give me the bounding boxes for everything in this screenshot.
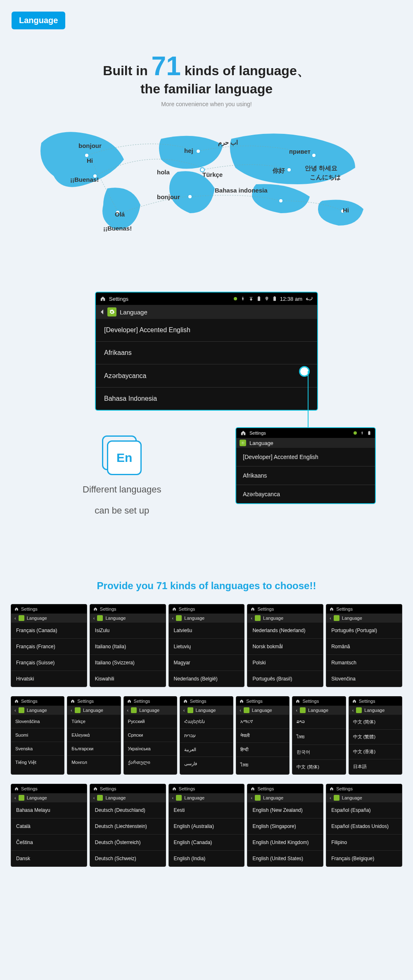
list-item[interactable]: [Developer] Accented English [236,448,375,466]
list-item[interactable]: Eesti [169,802,244,818]
chevron-left-icon[interactable]: ‹ [240,708,241,713]
chevron-left-icon[interactable]: ‹ [352,708,354,713]
chevron-left-icon[interactable]: ‹ [14,795,16,800]
list-item[interactable]: Slovenščina [11,715,64,728]
list-item[interactable]: Latviešu [169,623,244,639]
list-item[interactable]: Português (Portugal) [326,623,402,639]
list-item[interactable]: Azərbaycanca [236,485,375,503]
list-item[interactable]: Suomi [11,728,64,742]
list-item[interactable]: فارسی [180,757,233,771]
list-item[interactable]: 中文 (繁體) [349,730,402,745]
list-item[interactable]: English (United States) [247,851,323,866]
list-item[interactable]: Български [67,742,120,756]
back-icon[interactable] [306,296,313,302]
list-item[interactable]: English (Canada) [169,835,244,851]
list-item[interactable]: Català [11,818,87,835]
list-item[interactable]: English (India) [169,851,244,866]
list-item[interactable]: עברית [180,729,233,743]
panel-section-title: Language [27,616,47,621]
list-item[interactable]: 한국어 [292,745,345,760]
list-item[interactable]: Français (Canada) [11,623,87,639]
list-item[interactable]: Deutsch (Schweiz) [90,851,166,866]
chevron-left-icon[interactable]: ‹ [296,708,297,713]
chevron-left-icon[interactable]: ‹ [251,616,252,621]
list-item[interactable]: Српски [124,728,177,742]
panel-section: ‹Language [169,793,244,802]
chevron-left-icon[interactable]: ‹ [93,616,95,621]
list-item[interactable]: हिन्दी [236,743,289,757]
list-item[interactable]: 中文 (简体) [292,760,345,774]
list-item[interactable]: Ελληνικά [67,728,120,742]
list-item[interactable]: Français (France) [11,639,87,655]
chevron-left-icon[interactable]: ‹ [127,708,129,713]
list-item[interactable]: 中文 (香港) [349,745,402,759]
list-item[interactable]: English (United Kingdom) [247,835,323,851]
list-item[interactable]: 日本語 [349,759,402,774]
list-item[interactable]: नेपाली [236,729,289,743]
list-item[interactable]: Slovenčina [326,671,402,687]
list-item[interactable]: Azərbaycanca [96,364,317,388]
home-icon [100,296,106,302]
list-item[interactable]: Dansk [11,851,87,866]
chevron-left-icon[interactable]: ‹ [14,708,16,713]
list-item[interactable]: ქართული [124,756,177,769]
gear-icon [255,615,261,621]
list-item[interactable]: Español (España) [326,802,402,818]
list-item[interactable]: Português (Brasil) [247,671,323,687]
list-item[interactable]: Bahasa Melayu [11,802,87,818]
chevron-left-icon[interactable] [100,309,104,315]
list-item[interactable]: 中文 (简体) [349,715,402,730]
chevron-left-icon[interactable]: ‹ [330,616,331,621]
chevron-left-icon[interactable]: ‹ [330,795,331,800]
list-item[interactable]: Español (Estados Unidos) [326,818,402,835]
list-item[interactable]: Afrikaans [96,342,317,364]
list-item[interactable]: Italiano (Svizzera) [90,655,166,671]
list-item[interactable]: Bahasa Indonesia [96,388,317,410]
list-item[interactable]: Deutsch (Liechtenstein) [90,818,166,835]
list-item[interactable]: Nederlands (Nederland) [247,623,323,639]
list-item[interactable]: English (Singapore) [247,818,323,835]
list-item[interactable]: Français (Belgique) [326,851,402,866]
list-item[interactable]: Filipino [326,835,402,851]
list-item[interactable]: ไทย [236,757,289,773]
list-item[interactable]: Polski [247,655,323,671]
list-item[interactable]: Afrikaans [236,466,375,485]
list-item[interactable]: Монгол [67,756,120,769]
chevron-left-icon[interactable]: ‹ [172,795,174,800]
list-item[interactable]: Norsk bokmål [247,639,323,655]
chevron-left-icon[interactable]: ‹ [71,708,72,713]
list-item[interactable]: Հայերեն [180,715,233,729]
list-item[interactable]: Русский [124,715,177,728]
list-item[interactable]: Deutsch (Österreich) [90,835,166,851]
list-item[interactable]: አማርኛ [236,715,289,729]
list-item[interactable]: Italiano (Italia) [90,639,166,655]
list-item[interactable]: Lietuvių [169,639,244,655]
list-item[interactable]: ລາວ [292,715,345,729]
list-item[interactable]: Nederlands (België) [169,671,244,687]
list-item[interactable]: Українська [124,742,177,756]
list-item[interactable]: Deutsch (Deutschland) [90,802,166,818]
list-item[interactable]: ไทย [292,729,345,745]
list-item[interactable]: Hrvatski [11,671,87,687]
chevron-left-icon[interactable]: ‹ [93,795,95,800]
list-item[interactable]: Română [326,639,402,655]
list-item[interactable]: العربية [180,743,233,757]
map-label: Türkçe [202,171,223,178]
list-item[interactable]: Magyar [169,655,244,671]
list-item[interactable]: Türkçe [67,715,120,728]
chevron-left-icon[interactable]: ‹ [14,616,16,621]
list-item[interactable]: Rumantsch [326,655,402,671]
chevron-left-icon[interactable]: ‹ [251,795,252,800]
list-item[interactable]: Tiếng Việt [11,756,64,769]
list-item[interactable]: Kiswahili [90,671,166,687]
list-item[interactable]: Français (Suisse) [11,655,87,671]
chevron-left-icon[interactable]: ‹ [183,708,185,713]
home-icon [71,699,75,703]
list-item[interactable]: Čeština [11,835,87,851]
list-item[interactable]: English (Australia) [169,818,244,835]
chevron-left-icon[interactable]: ‹ [172,616,174,621]
list-item[interactable]: IsiZulu [90,623,166,639]
list-item[interactable]: [Developer] Accented English [96,319,317,342]
list-item[interactable]: Svenska [11,742,64,756]
list-item[interactable]: English (New Zealand) [247,802,323,818]
